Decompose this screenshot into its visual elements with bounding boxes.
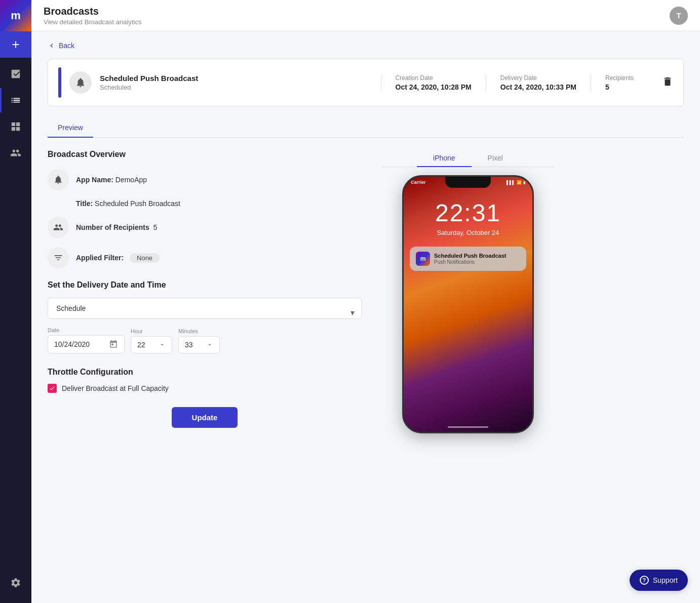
overview-filter-row: Applied Filter: None bbox=[48, 247, 362, 268]
date-field-group: Date bbox=[48, 327, 125, 353]
overview-title-row: Title: Scheduled Push Broadcast bbox=[48, 199, 362, 208]
back-label: Back bbox=[59, 42, 74, 50]
iphone-frame: Carrier ▌▌▌ 📶 ▮ 22:31 Saturday, October … bbox=[402, 175, 534, 433]
notif-subtitle: Push Notifications bbox=[434, 259, 520, 265]
wifi-icon: 📶 bbox=[517, 180, 522, 185]
schedule-wrapper: Schedule bbox=[48, 298, 362, 327]
delivery-title: Set the Delivery Date and Time bbox=[48, 280, 362, 290]
device-tab-bar: iPhone Pixel bbox=[382, 150, 554, 167]
broadcast-icon bbox=[69, 71, 92, 94]
sidebar-item-settings[interactable] bbox=[0, 571, 31, 595]
delete-button[interactable] bbox=[662, 76, 673, 89]
main-wrapper: Broadcasts View detailed Broadcast analy… bbox=[31, 0, 700, 603]
broadcast-status: Scheduled bbox=[100, 84, 373, 91]
date-time-row: Date Hour 22 bbox=[48, 327, 362, 353]
filter-icon bbox=[48, 247, 69, 268]
notif-title: Scheduled Push Broadcast bbox=[434, 253, 520, 259]
minutes-label: Minutes bbox=[178, 328, 220, 334]
delivery-date-meta: Delivery Date Oct 24, 2020, 10:33 PM bbox=[486, 74, 591, 91]
iphone-screen: Carrier ▌▌▌ 📶 ▮ 22:31 Saturday, October … bbox=[404, 177, 532, 432]
iphone-notification: m Scheduled Push Broadcast Push Notifica… bbox=[410, 247, 526, 271]
iphone-notch bbox=[445, 177, 491, 188]
iphone-carrier: Carrier bbox=[411, 180, 426, 185]
notif-text: Scheduled Push Broadcast Push Notificati… bbox=[434, 253, 520, 265]
throttle-title: Throttle Configuration bbox=[48, 368, 362, 377]
broadcast-info: Scheduled Push Broadcast Scheduled bbox=[100, 74, 373, 91]
overview-title: Broadcast Overview bbox=[48, 150, 362, 159]
device-tab-pixel[interactable]: Pixel bbox=[472, 150, 519, 167]
sidebar-settings[interactable] bbox=[0, 571, 31, 603]
checkbox-row: Deliver Broadcast at Full Capacity bbox=[48, 384, 362, 393]
page-subtitle: View detailed Broadcast analytics bbox=[44, 18, 141, 26]
app-logo: m bbox=[0, 0, 31, 31]
app-name-label: App Name: DemoApp bbox=[76, 176, 147, 184]
avatar[interactable]: T bbox=[670, 7, 688, 25]
iphone-status-icons: ▌▌▌ 📶 ▮ bbox=[507, 180, 525, 185]
sidebar-nav bbox=[0, 58, 31, 169]
overview-recipients-row: Number of Recipients 5 bbox=[48, 217, 362, 238]
date-label: Date bbox=[48, 327, 125, 333]
sidebar-item-broadcasts[interactable] bbox=[0, 88, 31, 112]
date-input-wrap[interactable] bbox=[48, 335, 125, 353]
iphone-time-display: 22:31 Saturday, October 24 bbox=[404, 199, 532, 236]
full-capacity-checkbox[interactable] bbox=[48, 384, 57, 393]
page-title: Broadcasts bbox=[44, 6, 141, 17]
device-tab-iphone[interactable]: iPhone bbox=[417, 150, 472, 167]
creation-date-meta: Creation Date Oct 24, 2020, 10:28 PM bbox=[381, 74, 486, 91]
filter-field-label: Applied Filter: None bbox=[76, 253, 160, 263]
notif-app-icon: m bbox=[416, 252, 430, 266]
broadcast-card: Scheduled Push Broadcast Scheduled Creat… bbox=[48, 59, 684, 106]
card-indicator bbox=[58, 67, 61, 98]
battery-icon: ▮ bbox=[523, 180, 525, 185]
app-name-icon bbox=[48, 169, 69, 190]
support-icon: ? bbox=[640, 576, 649, 585]
creation-date-label: Creation Date bbox=[396, 74, 472, 82]
delivery-date-label: Delivery Date bbox=[500, 74, 576, 82]
sidebar-item-users[interactable] bbox=[0, 141, 31, 165]
hour-select[interactable]: 22 bbox=[137, 341, 155, 349]
recipients-label: Recipients bbox=[605, 74, 634, 82]
broadcast-name: Scheduled Push Broadcast bbox=[100, 74, 373, 83]
sidebar-item-dashboard[interactable] bbox=[0, 114, 31, 139]
recipients-icon bbox=[48, 217, 69, 238]
support-button[interactable]: ? Support bbox=[630, 570, 688, 591]
tab-bar: Preview bbox=[48, 118, 684, 138]
right-column: iPhone Pixel Carrier ▌▌▌ 📶 ▮ bbox=[382, 150, 554, 433]
main-content: Back Scheduled Push Broadcast Scheduled … bbox=[31, 31, 700, 603]
sidebar-add-button[interactable] bbox=[0, 31, 31, 58]
iphone-date: Saturday, October 24 bbox=[404, 229, 532, 236]
sidebar-item-analytics[interactable] bbox=[0, 62, 31, 86]
title-field-label: Title: Scheduled Push Broadcast bbox=[76, 199, 180, 208]
creation-date-value: Oct 24, 2020, 10:28 PM bbox=[396, 83, 472, 91]
hour-field-group: Hour 22 bbox=[131, 328, 172, 353]
overview-app-name-row: App Name: DemoApp bbox=[48, 169, 362, 190]
hour-label: Hour bbox=[131, 328, 172, 334]
checkbox-label: Deliver Broadcast at Full Capacity bbox=[62, 384, 169, 392]
signal-icon: ▌▌▌ bbox=[507, 180, 515, 185]
recipients-value: 5 bbox=[605, 83, 634, 91]
schedule-select[interactable]: Schedule bbox=[48, 298, 362, 319]
update-button[interactable]: Update bbox=[172, 407, 238, 428]
minutes-select[interactable]: 33 bbox=[185, 341, 203, 349]
recipients-field-label: Number of Recipients 5 bbox=[76, 223, 157, 231]
filter-badge: None bbox=[130, 253, 160, 263]
iphone-clock: 22:31 bbox=[404, 199, 532, 227]
broadcast-meta: Creation Date Oct 24, 2020, 10:28 PM Del… bbox=[381, 74, 648, 91]
date-input[interactable] bbox=[54, 340, 105, 348]
two-col-layout: Broadcast Overview App Name: DemoApp Tit… bbox=[48, 150, 684, 433]
recipients-meta: Recipients 5 bbox=[591, 74, 648, 91]
minutes-select-wrap[interactable]: 33 bbox=[178, 336, 220, 353]
left-column: Broadcast Overview App Name: DemoApp Tit… bbox=[48, 150, 362, 433]
iphone-home-indicator bbox=[448, 426, 488, 428]
hour-select-wrap[interactable]: 22 bbox=[131, 336, 172, 353]
minutes-field-group: Minutes 33 bbox=[178, 328, 220, 353]
delivery-date-value: Oct 24, 2020, 10:33 PM bbox=[500, 83, 576, 91]
back-button[interactable]: Back bbox=[48, 42, 74, 50]
sidebar: m bbox=[0, 0, 31, 603]
tab-preview[interactable]: Preview bbox=[48, 118, 93, 138]
topbar: Broadcasts View detailed Broadcast analy… bbox=[31, 0, 700, 31]
support-label: Support bbox=[653, 576, 678, 584]
